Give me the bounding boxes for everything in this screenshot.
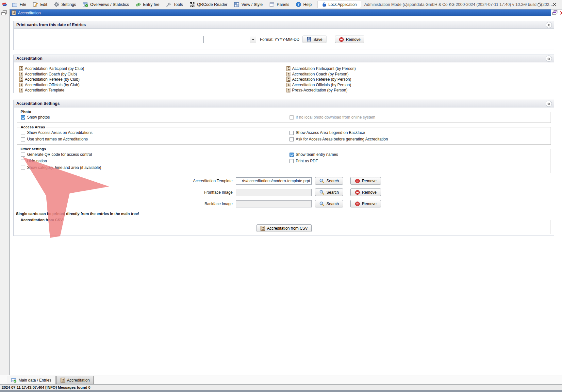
link-accreditation-participant-club[interactable]: Accreditation Participant (by Club) [19, 66, 84, 72]
wrench-icon [166, 2, 172, 7]
menu-item-view-style[interactable]: View / Style [231, 0, 266, 9]
menu-item-panels[interactable]: Panels [266, 0, 292, 9]
team-entry-names-checkbox[interactable] [289, 153, 294, 157]
menu-item-file[interactable]: File [9, 0, 29, 9]
checkbox-row-show-category[interactable]: Show category, time and area (if availab… [21, 164, 289, 171]
svg-text:?: ? [298, 2, 300, 6]
link-accreditation-referee-club[interactable]: Accreditation Referee (by Club) [19, 77, 84, 82]
entries-date-input[interactable] [203, 36, 250, 43]
menu-item-entry-fee[interactable]: Entry fee [132, 0, 163, 9]
print-cards-panel: Print cards from this date of Entries Fo… [13, 21, 554, 50]
checkbox-row-ask-access-areas[interactable]: Ask for Access Areas before generating A… [289, 136, 547, 142]
badge-icon [286, 77, 290, 82]
checkbox-row-generate-qr[interactable]: Generate QR code for access control [21, 151, 289, 158]
show-category-checkbox[interactable] [21, 166, 25, 170]
checkbox-row-short-names[interactable]: Use short names on Accreditations [21, 136, 289, 142]
close-icon [553, 3, 556, 7]
other-settings-legend: Other settings [20, 147, 47, 151]
template-remove-button[interactable]: Remove [350, 177, 381, 185]
link-accreditation-coach-club[interactable]: Accreditation Coach (by Club) [19, 72, 84, 77]
lock-application-button[interactable]: Lock Application [318, 1, 361, 8]
entry-fee-icon [136, 2, 141, 7]
stats-table-icon [11, 378, 17, 383]
legend-backface-checkbox[interactable] [289, 131, 294, 135]
photo-group: Photo Show photos If no local photo down… [17, 110, 551, 123]
collapse-settings-button[interactable] [546, 101, 552, 107]
backface-image-input[interactable] [236, 200, 312, 207]
accreditation-links-panel: Accreditation Accreditation Participant … [13, 55, 554, 93]
show-photos-checkbox[interactable] [21, 115, 25, 120]
menu-item-overviews[interactable]: Overviews / Statistics [79, 0, 132, 9]
link-accreditation-participant-person[interactable]: Accreditation Participant (by Person) [286, 66, 356, 72]
menu-item-tools[interactable]: Tools [163, 0, 186, 9]
badge-icon [19, 77, 23, 82]
show-access-areas-checkbox[interactable] [21, 131, 25, 135]
status-bar: 2024-07-11 17:43:07:404 [INFO] Messages … [0, 384, 562, 390]
ask-access-areas-checkbox[interactable] [289, 137, 294, 141]
tab-main-data-entries[interactable]: Main data / Entries [7, 376, 56, 384]
checkbox-row-team-entry-names[interactable]: Show team entry names [289, 151, 547, 158]
frontface-remove-button[interactable]: Remove [350, 188, 381, 196]
menu-item-settings[interactable]: Settings [51, 0, 79, 9]
short-names-checkbox[interactable] [21, 137, 25, 141]
link-accreditation-referee-person[interactable]: Accreditation Referee (by Person) [286, 77, 356, 82]
bottom-tabbar: Main data / Entries Accreditation [0, 375, 562, 384]
frontface-image-input[interactable] [236, 189, 312, 196]
backface-search-button[interactable]: Search [315, 200, 343, 207]
link-accreditation-template[interactable]: Accreditation Template [19, 88, 84, 93]
checkbox-row-show-access-areas[interactable]: Show Access Areas on Accreditations [21, 129, 289, 136]
access-areas-group: Access Areas Show Access Areas on Accred… [17, 125, 551, 145]
frontface-image-row: Frontface Image Search Remove [14, 188, 554, 196]
checkbox-row-print-as-pdf[interactable]: Print as PDF [289, 158, 547, 164]
remove-date-button[interactable]: Remove [335, 36, 365, 43]
checkbox-row-show-photos[interactable]: Show photos [21, 114, 289, 121]
backface-remove-button[interactable]: Remove [350, 200, 381, 207]
print-as-pdf-checkbox[interactable] [289, 159, 294, 163]
link-press-accreditation-person[interactable]: Press-Accreditation (by Person) [286, 88, 356, 93]
collapse-print-cards-button[interactable] [546, 22, 552, 28]
accreditation-links-right: Accreditation Participant (by Person) Ac… [286, 66, 356, 93]
minimize-button[interactable] [517, 0, 532, 9]
collapse-accreditation-button[interactable] [546, 56, 552, 62]
accreditation-template-row: Accreditation Template rts/accreditation… [14, 177, 554, 185]
menu-item-edit[interactable]: Edit [29, 0, 51, 9]
folder-icon [12, 2, 18, 7]
sportdata-logo-icon [2, 2, 8, 7]
remove-icon [339, 37, 344, 42]
frontface-image-label: Frontface Image [14, 190, 233, 195]
link-accreditation-officials-person[interactable]: Accreditation Officials (by Person) [286, 82, 356, 88]
menu-item-qrcode[interactable]: QRCode Reader [186, 0, 231, 9]
stats-table-icon [83, 2, 88, 7]
search-icon [319, 178, 324, 184]
menubar: File Edit Settings Overviews / Statistic… [0, 0, 562, 9]
subwindow-restore-button[interactable] [552, 10, 558, 16]
csv-group: Accreditation from CSV Accreditation fro… [17, 218, 551, 234]
checkbox-row-hide-nation[interactable]: Hide nation [21, 158, 289, 164]
badge-icon [286, 88, 290, 92]
menu-item-help[interactable]: ? Help [292, 0, 315, 9]
hide-nation-checkbox[interactable] [21, 159, 25, 163]
close-button[interactable] [547, 0, 562, 9]
generate-qr-checkbox[interactable] [21, 153, 25, 157]
badge-icon [19, 83, 23, 87]
template-search-button[interactable]: Search [315, 177, 343, 185]
accreditation-template-input[interactable]: rts/accreditations/modern-template.prpt [236, 177, 312, 185]
date-dropdown-button[interactable] [250, 36, 256, 43]
subwindow-close-button[interactable] [560, 11, 562, 15]
link-accreditation-coach-person[interactable]: Accreditation Coach (by Person) [286, 72, 356, 77]
accreditation-links-header: Accreditation [16, 56, 42, 61]
accreditation-settings-header: Accreditation Settings [16, 101, 60, 106]
mdi-windows-icon[interactable] [1, 10, 8, 16]
chevron-up-icon [547, 102, 551, 106]
restore-button[interactable] [532, 0, 547, 9]
entries-date-combobox[interactable] [203, 36, 256, 43]
checkbox-row-legend-backface[interactable]: Show Access Area Legend on Backface [289, 129, 547, 136]
frontface-search-button[interactable]: Search [315, 188, 343, 196]
tab-accreditation[interactable]: Accreditation [56, 376, 94, 384]
accreditation-from-csv-button[interactable]: Accreditation from CSV [256, 224, 312, 232]
link-accreditation-officials-club[interactable]: Accreditation Officials (by Club) [19, 82, 84, 88]
restore-icon [537, 3, 541, 7]
save-date-button[interactable]: Save [303, 36, 326, 43]
remove-icon [355, 190, 360, 195]
badge-icon [19, 88, 23, 92]
